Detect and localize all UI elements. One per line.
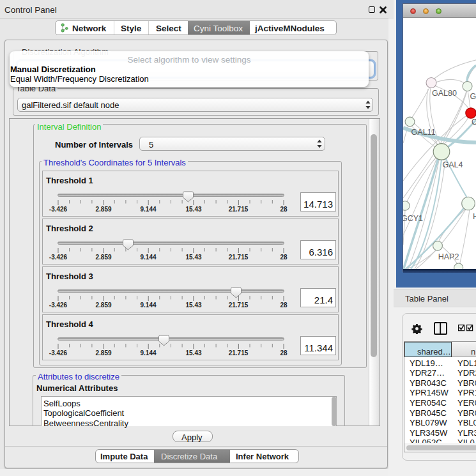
svg-text:GCY1: GCY1 — [403, 214, 423, 223]
svg-text:GAL4: GAL4 — [443, 160, 463, 169]
svg-text:HIS4: HIS4 — [473, 212, 476, 221]
svg-text:GAL3: GAL3 — [470, 92, 476, 101]
svg-text:CRP1: CRP1 — [472, 118, 476, 127]
svg-text:GAL80: GAL80 — [432, 89, 457, 98]
svg-text:GAL11: GAL11 — [411, 128, 436, 137]
svg-text:HAP2: HAP2 — [438, 252, 459, 261]
